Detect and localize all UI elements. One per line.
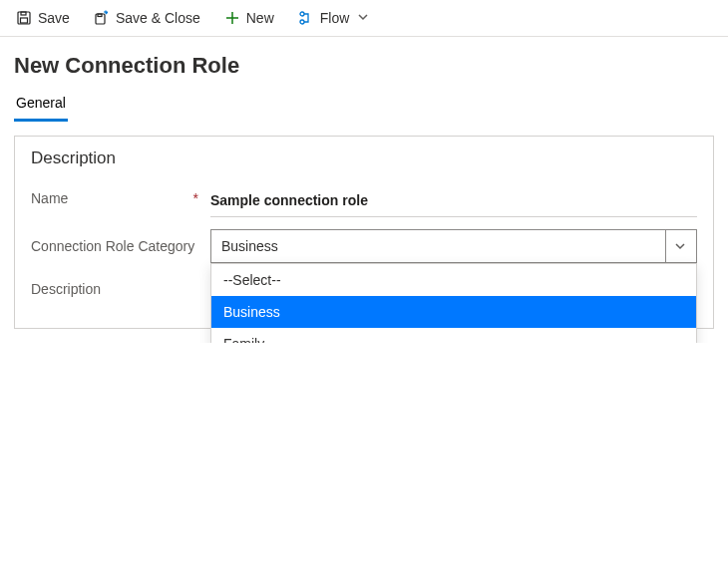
- save-close-label: Save & Close: [116, 10, 200, 26]
- save-close-button[interactable]: Save & Close: [86, 6, 208, 30]
- category-option[interactable]: --Select--: [211, 264, 696, 296]
- description-label: Description: [31, 275, 210, 297]
- flow-label: Flow: [320, 10, 350, 26]
- command-bar: Save Save & Close New Flow: [0, 0, 728, 37]
- svg-rect-3: [96, 14, 105, 24]
- description-section: Description Name * Sample connection rol…: [14, 136, 714, 329]
- name-label-text: Name: [31, 190, 68, 206]
- flow-icon: [298, 10, 314, 26]
- save-icon: [16, 10, 32, 26]
- save-close-icon: [94, 10, 110, 26]
- name-value: Sample connection role: [210, 188, 697, 212]
- page-title: New Connection Role: [0, 37, 728, 89]
- category-label: Connection Role Category: [31, 238, 210, 254]
- description-label-text: Description: [31, 281, 101, 297]
- chevron-down-icon: [665, 230, 686, 262]
- category-row: Connection Role Category Business --Sele…: [15, 223, 713, 269]
- new-label: New: [246, 10, 274, 26]
- name-row: Name * Sample connection role: [15, 178, 713, 223]
- tab-general-label: General: [16, 95, 66, 111]
- category-dropdown-trigger[interactable]: Business: [210, 229, 697, 263]
- svg-point-5: [300, 12, 304, 16]
- category-option[interactable]: Family: [211, 328, 696, 343]
- new-button[interactable]: New: [216, 6, 282, 30]
- category-selected-value: Business: [221, 238, 278, 254]
- save-button[interactable]: Save: [8, 6, 78, 30]
- flow-button[interactable]: Flow: [290, 6, 378, 30]
- name-field[interactable]: Sample connection role: [210, 184, 697, 217]
- save-label: Save: [38, 10, 70, 26]
- tab-general[interactable]: General: [14, 89, 68, 122]
- svg-rect-1: [21, 12, 26, 15]
- category-option[interactable]: Business: [211, 296, 696, 328]
- plus-icon: [224, 10, 240, 26]
- tabs: General: [0, 89, 728, 122]
- required-mark: *: [193, 190, 198, 206]
- svg-rect-2: [21, 18, 28, 23]
- section-title: Description: [15, 137, 713, 178]
- svg-rect-4: [98, 14, 102, 17]
- chevron-down-icon: [357, 10, 369, 26]
- category-dropdown-list: --Select--BusinessFamilySocialSalesOther…: [210, 263, 697, 343]
- category-field: Business --Select--BusinessFamilySocialS…: [210, 229, 697, 263]
- category-label-text: Connection Role Category: [31, 238, 194, 254]
- category-dropdown: Business --Select--BusinessFamilySocialS…: [210, 229, 697, 263]
- svg-point-6: [300, 20, 304, 24]
- name-label: Name *: [31, 184, 210, 206]
